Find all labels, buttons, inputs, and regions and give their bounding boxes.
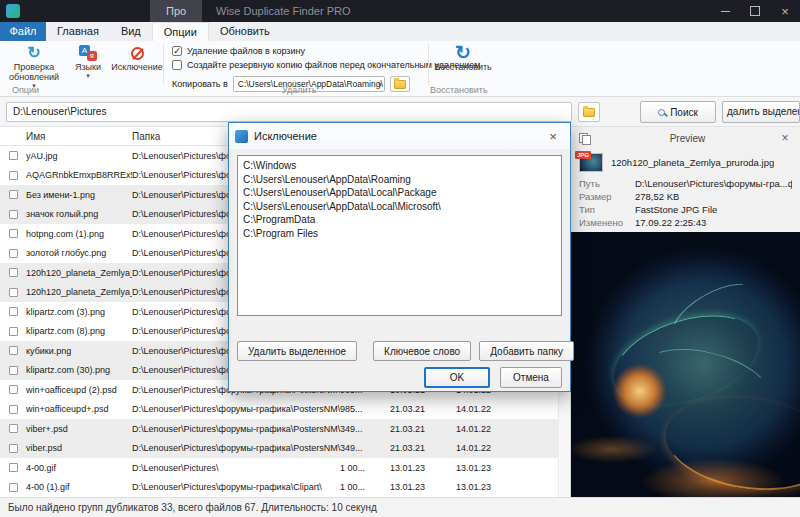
preview-image [571, 232, 800, 497]
delete-selected-button[interactable]: далить выделенное [722, 101, 800, 123]
cell-size: 1 00... [340, 482, 390, 492]
backup-checkbox[interactable] [172, 60, 182, 70]
cell-name: win+oafficeupd (2).psd [26, 385, 132, 395]
row-checkbox[interactable] [9, 229, 18, 238]
exclusion-list[interactable]: C:\WindowsC:\Users\Lenouser\AppData\Roam… [237, 155, 562, 316]
cell-name: hotpng.com (1).png [26, 229, 132, 239]
table-row[interactable]: win+oafficeupd+.psdD:\Lenouser\Pictures\… [0, 400, 558, 420]
row-checkbox[interactable] [9, 151, 18, 160]
table-row[interactable]: viber+.psdD:\Lenouser\Pictures\форумы-гр… [0, 419, 558, 439]
restore-group-label: Восстановить [430, 85, 488, 95]
exclusion-button[interactable]: Исключение [110, 44, 164, 72]
exclusion-path-item[interactable]: C:\Windows [243, 159, 556, 173]
exclusion-path-item[interactable]: C:\Users\Lenouser\AppData\Local\Microsof… [243, 200, 556, 214]
jpg-thumbnail: JPG [579, 153, 603, 172]
tab-optsii[interactable]: Опции [152, 22, 209, 41]
cell-folder: D:\Lenouser\Pictures\форумы-графика\Post… [132, 404, 340, 414]
exclusion-path-item[interactable]: C:\Users\Lenouser\AppData\Roaming [243, 173, 556, 187]
maximize-icon[interactable] [740, 0, 770, 22]
ribbon-tab-row: Файл ГлавнаяВидОпцииОбновить [0, 22, 800, 41]
restore-button[interactable]: ↻ Восстановить [434, 44, 492, 72]
row-checkbox[interactable] [9, 249, 18, 258]
cell-modified: 21.03.21 [390, 404, 456, 414]
languages-button[interactable]: A я Языки ▾ [66, 44, 110, 79]
choose-folder-button[interactable] [578, 102, 600, 122]
preview-close-icon[interactable]: × [778, 131, 792, 145]
row-checkbox[interactable] [9, 210, 18, 219]
cell-name: Без имени-1.png [26, 190, 132, 200]
row-checkbox[interactable] [9, 171, 18, 180]
browse-folder-button[interactable] [390, 76, 410, 92]
recycle-checkbox[interactable]: ✓ [172, 46, 182, 56]
row-checkbox[interactable] [9, 307, 18, 316]
row-checkbox[interactable] [9, 288, 18, 297]
detail-value: 278,52 KB [635, 190, 792, 203]
file-menu-button[interactable]: Файл [0, 22, 46, 41]
recycle-checkbox-row[interactable]: ✓ Удаление файлов в корзину [172, 46, 305, 56]
preview-detail-row: ТипFastStone JPG File [579, 203, 792, 216]
languages-icon: A я [79, 45, 97, 61]
languages-label: Языки [75, 62, 101, 72]
row-checkbox[interactable] [9, 268, 18, 277]
table-row[interactable]: 4-00.gifD:\Lenouser\Pictures\1 00...13.0… [0, 458, 558, 478]
window-title: Wise Duplicate Finder PRO [216, 0, 351, 22]
exclusion-path-item[interactable]: C:\Program Files [243, 227, 556, 241]
dialog-titlebar[interactable]: Исключение × [229, 123, 570, 149]
row-checkbox[interactable] [9, 327, 18, 336]
keyword-button[interactable]: Ключевое слово [373, 341, 471, 361]
cell-folder: D:\Lenouser\Pictures\ [132, 463, 340, 473]
column-header-name[interactable]: Имя [26, 131, 132, 142]
dialog-close-icon[interactable]: × [542, 129, 564, 144]
cell-name: viber+.psd [26, 424, 132, 434]
dialog-ok-row: OK Отмена [424, 367, 562, 388]
row-checkbox[interactable] [9, 444, 18, 453]
detail-value: FastStone JPG File [635, 203, 792, 216]
cell-name: 4-00 (1).gif [26, 482, 132, 492]
row-checkbox[interactable] [9, 346, 18, 355]
table-row[interactable]: viber.psdD:\Lenouser\Pictures\форумы-гра… [0, 439, 558, 459]
add-folder-button[interactable]: Добавить папку [479, 341, 574, 361]
row-checkbox[interactable] [9, 463, 18, 472]
check-updates-label-1: Проверка [14, 62, 54, 72]
check-updates-button[interactable]: ↻ Проверка обновлений ▾ [4, 44, 64, 89]
ribbon-tabs: ГлавнаяВидОпцииОбновить [46, 22, 281, 41]
tab-vid[interactable]: Вид [110, 22, 152, 41]
tab-obnovit[interactable]: Обновить [209, 22, 281, 41]
dialog-buttons-row: Удалить выделенное Ключевое слово Добави… [237, 341, 562, 361]
close-icon[interactable]: × [770, 0, 800, 22]
preview-file-row: JPG 120h120_planeta_Zemlya_pruroda.jpg [571, 149, 800, 174]
cell-name: AQAGRnbkEmxpB8RREx54... [26, 170, 132, 180]
dialog-delete-selected-button[interactable]: Удалить выделенное [237, 341, 357, 361]
cell-size: 985... [340, 404, 390, 414]
app-window: Про Wise Duplicate Finder PRO × Файл Гла… [0, 0, 800, 517]
ok-button[interactable]: OK [424, 367, 490, 388]
cell-name: кубики.png [26, 346, 132, 356]
group-separator [163, 44, 164, 84]
scan-path-input[interactable]: D:\Lenouser\Pictures [6, 102, 572, 122]
row-checkbox[interactable] [9, 190, 18, 199]
cancel-button[interactable]: Отмена [500, 367, 562, 388]
check-updates-label-2: обновлений [9, 72, 59, 82]
row-checkbox[interactable] [9, 385, 18, 394]
cell-name: 120h120_planeta_Zemlya_... [26, 287, 132, 297]
exclusion-path-item[interactable]: C:\ProgramData [243, 213, 556, 227]
cell-size: 349... [340, 424, 390, 434]
row-checkbox[interactable] [9, 483, 18, 492]
row-checkbox[interactable] [9, 366, 18, 375]
tab-glavnaya[interactable]: Главная [46, 22, 110, 41]
exclusion-path-item[interactable]: C:\Users\Lenouser\AppData\Local\Package [243, 186, 556, 200]
status-bar: Было найдено групп дубликатов 33, всего … [0, 497, 800, 517]
minimize-icon[interactable] [710, 0, 740, 22]
row-checkbox[interactable] [9, 405, 18, 414]
preview-detail-row: Изменено17.09.22 2:25:43 [579, 216, 792, 229]
exclusion-dialog: Исключение × C:\WindowsC:\Users\Lenouser… [228, 122, 571, 392]
ribbon: ↻ Проверка обновлений ▾ A я Языки ▾ Искл… [0, 41, 800, 97]
search-button[interactable]: Поиск [640, 101, 716, 123]
copy-icon[interactable] [579, 133, 591, 144]
cell-accessed: 14.01.22 [456, 424, 516, 434]
detail-value: 17.09.22 2:25:43 [635, 216, 792, 229]
row-checkbox[interactable] [9, 424, 18, 433]
detail-value: D:\Lenouser\Pictures\форумы-гра...фоны [635, 177, 792, 190]
pro-tab[interactable]: Про [150, 0, 202, 22]
table-row[interactable]: 4-00 (1).gifD:\Lenouser\Pictures\форумы-… [0, 478, 558, 498]
